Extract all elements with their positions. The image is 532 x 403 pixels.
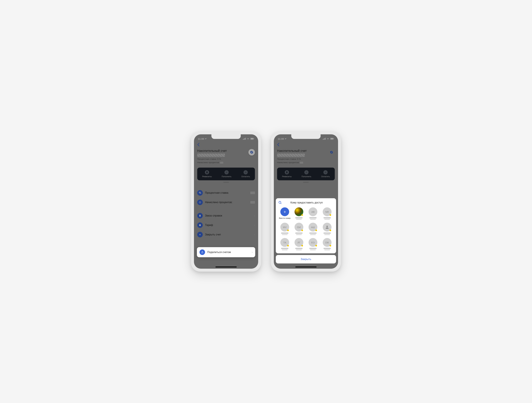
notch xyxy=(291,134,321,139)
contact-avatar-initials: ТА xyxy=(280,238,289,247)
contact-item[interactable]: ЕО xyxy=(307,238,319,251)
contact-avatar-initials: MV xyxy=(280,223,289,231)
svg-point-16 xyxy=(279,201,281,204)
share-account-row[interactable]: Поделиться счетом › xyxy=(197,247,255,257)
contact-item[interactable]: ТА xyxy=(279,238,291,251)
sheet-title: Кому предоставить доступ xyxy=(284,201,334,204)
contact-item[interactable]: NR xyxy=(321,207,334,220)
share-icon xyxy=(200,249,205,255)
contact-item[interactable]: АШ xyxy=(307,223,319,235)
notch xyxy=(211,134,241,139)
contact-avatar-photo xyxy=(295,207,303,216)
contacts-grid: + Ввести номер АВ NR xyxy=(279,207,334,251)
contact-item[interactable] xyxy=(292,207,305,220)
contact-avatar-initials: DB xyxy=(323,238,331,247)
contact-item[interactable]: DB xyxy=(321,238,334,251)
share-sheet: Кому предоставить доступ + Ввести номер … xyxy=(274,196,338,269)
contact-avatar-initials: АВ xyxy=(309,207,317,216)
contact-item[interactable]: АВ xyxy=(307,207,319,220)
contact-avatar-initials: ЕО xyxy=(309,238,317,247)
contact-avatar-initials: ОИ xyxy=(295,223,303,231)
home-indicator[interactable] xyxy=(295,267,317,267)
search-icon[interactable] xyxy=(279,201,282,205)
contact-item[interactable] xyxy=(321,223,334,235)
plus-icon: + xyxy=(280,207,289,216)
close-sheet-button[interactable]: Закрыть xyxy=(276,255,336,263)
phone-mockup-left: 11:00 xyxy=(191,131,261,272)
home-indicator[interactable] xyxy=(215,267,237,267)
contact-item[interactable]: MV xyxy=(279,223,291,235)
add-number-button[interactable]: + Ввести номер xyxy=(279,207,291,220)
contact-avatar-initials: ЛГ xyxy=(295,238,303,247)
person-icon xyxy=(323,223,331,231)
phone-mockup-right: 11:00 xyxy=(271,131,341,272)
chevron-right-icon: › xyxy=(252,251,253,254)
contact-avatar-initials: АШ xyxy=(309,223,317,231)
contact-item[interactable]: ЛГ xyxy=(292,238,305,251)
contact-avatar-initials: NR xyxy=(323,207,331,216)
svg-point-17 xyxy=(326,226,328,227)
contact-item[interactable]: ОИ xyxy=(292,223,305,235)
